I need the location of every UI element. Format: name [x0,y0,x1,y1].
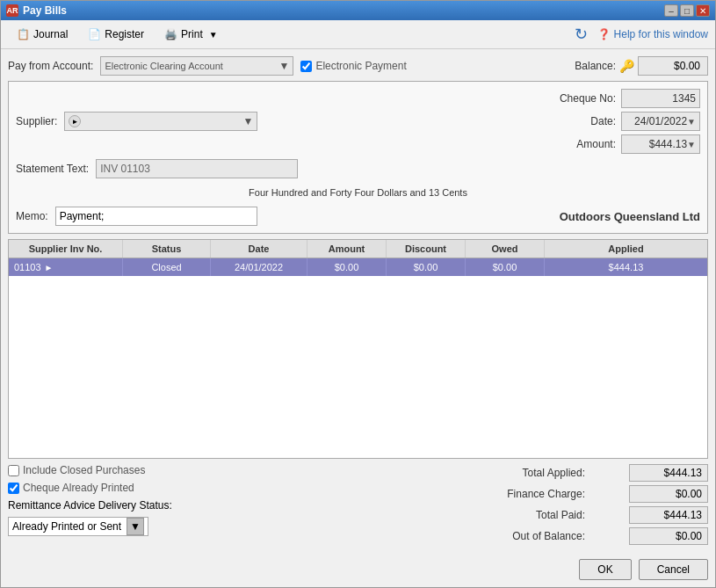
total-applied-value: $444.13 [629,464,708,482]
pay-from-label: Pay from Account: [8,60,93,72]
minimize-button[interactable]: – [664,4,678,17]
cancel-button[interactable]: Cancel [639,559,708,580]
memo-label: Memo: [16,210,48,222]
title-controls: – □ ✕ [664,4,710,17]
print-label: Print [181,28,203,40]
company-name: Outdoors Queensland Ltd [560,210,700,223]
amount-row: Amount: $444.13 ▼ [576,134,700,154]
bottom-section: Include Closed Purchases Cheque Already … [8,464,708,545]
table-body: 01103 ► Closed 24/01/2022 $0.00 $0.00 $0… [9,258,707,458]
amount-dropdown-arrow: ▼ [687,140,696,149]
date-row: Date: 24/01/2022 ▼ [590,112,700,131]
refresh-button[interactable]: ↻ [571,24,592,45]
supplier-row: Supplier: ► ▼ Cheque No: 1345 Date: [16,89,700,154]
amount-value: $444.13 [626,138,687,150]
include-closed-label[interactable]: Include Closed Purchases [8,464,488,476]
right-panel: Cheque No: 1345 Date: 24/01/2022 ▼ Amo [560,89,700,154]
table-row[interactable]: 01103 ► Closed 24/01/2022 $0.00 $0.00 $0… [9,258,707,276]
total-paid-value: $444.13 [629,506,708,524]
electronic-payment-check: Electronic Payment [300,60,406,72]
content-area: Pay from Account: Electronic Clearing Ac… [1,49,715,552]
memo-row: Memo: [16,207,257,226]
title-bar-left: AR Pay Bills [6,4,67,17]
supplier-input[interactable]: ► ▼ [64,112,257,131]
cheque-printed-text: Cheque Already Printed [23,482,134,494]
journal-button[interactable]: 📋 Journal [8,24,76,45]
supplier-nav-icon: ► [69,115,81,127]
total-applied-row: Total Applied: $444.13 [497,464,708,482]
print-button[interactable]: 🖨️ Print ▼ [155,24,226,45]
cell-date: 24/01/2022 [211,258,307,276]
balance-section: Balance: 🔑 $0.00 [575,56,708,76]
remittance-row: Remittance Advice Delivery Status: [8,499,488,512]
include-closed-checkbox[interactable] [8,465,19,476]
cheque-no-field[interactable]: 1345 [621,89,700,108]
bottom-right: Total Applied: $444.13 Finance Charge: $… [497,464,708,545]
amount-words: Four Hundred and Forty Four Dollars and … [16,184,700,201]
register-label: Register [105,28,144,40]
memo-field[interactable] [55,207,257,226]
amount-field[interactable]: $444.13 ▼ [621,134,700,154]
supplier-label: Supplier: [16,115,57,127]
include-closed-text: Include Closed Purchases [23,464,145,476]
table-section: Supplier Inv No. Status Date Amount Disc… [8,239,708,459]
out-of-balance-label: Out of Balance: [497,530,585,542]
toolbar-right: ↻ ❓ Help for this window [571,24,708,45]
cheque-no-value: 1345 [626,92,696,105]
footer-buttons: OK Cancel [1,552,715,587]
out-of-balance-value: $0.00 [629,527,708,545]
finance-charge-row: Finance Charge: $0.00 [497,485,708,503]
cheque-printed-label[interactable]: Cheque Already Printed [8,482,488,494]
delivery-dropdown-arrow-btn[interactable]: ▼ [127,518,144,535]
help-button[interactable]: ❓ Help for this window [597,28,708,40]
bottom-left: Include Closed Purchases Cheque Already … [8,464,488,545]
register-icon: 📄 [87,27,101,41]
delivery-status-value: Already Printed or Sent [12,520,121,533]
ok-button[interactable]: OK [579,559,631,580]
supplier-dropdown-arrow: ▼ [242,115,253,127]
date-dropdown-arrow: ▼ [687,117,696,127]
cell-status: Closed [123,258,211,276]
statement-text-field[interactable] [96,159,298,178]
col-header-inv: Supplier Inv No. [9,240,123,258]
balance-value: $0.00 [638,56,708,76]
balance-label: Balance: [575,60,616,72]
amount-label: Amount: [576,138,616,150]
total-paid-row: Total Paid: $444.13 [497,506,708,524]
cheque-printed-checkbox[interactable] [8,483,19,494]
journal-label: Journal [33,28,68,40]
row-arrow-icon: ► [45,263,54,272]
cell-inv-no: 01103 ► [9,258,123,276]
delivery-status-dropdown[interactable]: Already Printed or Sent ▼ [8,517,148,536]
statement-text-label: Statement Text: [16,163,89,175]
print-dropdown-arrow: ▼ [209,30,218,40]
help-label: Help for this window [614,28,708,40]
main-window: AR Pay Bills – □ ✕ 📋 Journal 📄 Register … [0,0,716,588]
date-label: Date: [590,115,616,127]
memo-company-row: Memo: Outdoors Queensland Ltd [16,207,700,226]
window-title: Pay Bills [23,4,67,17]
pay-from-row: Pay from Account: Electronic Clearing Ac… [8,56,708,76]
finance-charge-label: Finance Charge: [497,488,585,500]
inv-no-value: 01103 [14,262,41,272]
date-field[interactable]: 24/01/2022 ▼ [621,112,700,131]
date-value: 24/01/2022 [626,115,687,127]
close-button[interactable]: ✕ [696,4,710,17]
cell-amount: $0.00 [307,258,387,276]
cheque-row: Cheque No: 1345 [560,89,700,108]
pay-from-account-value: Electronic Clearing Account [105,61,223,71]
total-applied-label: Total Applied: [497,467,585,479]
help-icon: ❓ [597,28,611,40]
balance-icon: 🔑 [619,59,634,73]
register-button[interactable]: 📄 Register [79,24,152,45]
maximize-button[interactable]: □ [680,4,694,17]
cell-discount: $0.00 [387,258,466,276]
ar-icon: AR [6,4,18,17]
title-bar: AR Pay Bills – □ ✕ [1,1,715,20]
col-header-applied: Applied [545,240,707,258]
main-panel: Supplier: ► ▼ Cheque No: 1345 Date: [8,81,708,234]
pay-from-account-field[interactable]: Electronic Clearing Account ▼ [100,56,293,76]
electronic-payment-checkbox[interactable] [300,61,312,72]
table-header: Supplier Inv No. Status Date Amount Disc… [9,240,707,258]
col-header-status: Status [123,240,211,258]
